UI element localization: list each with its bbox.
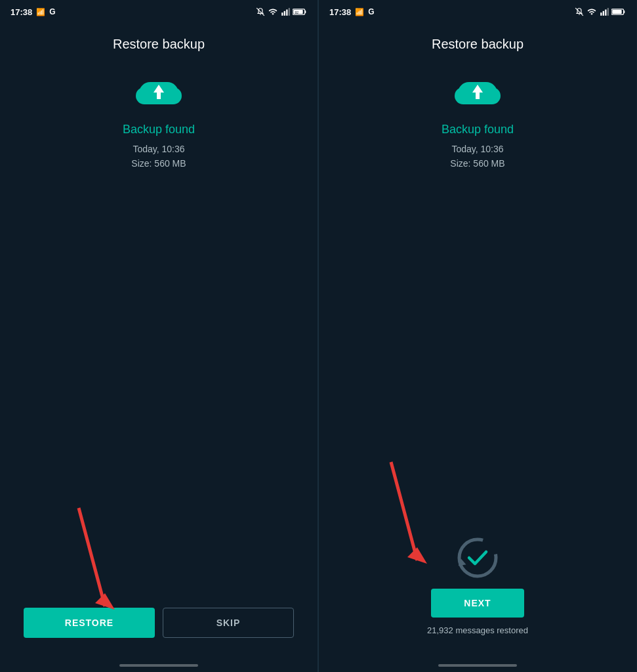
svg-rect-18 <box>607 8 609 16</box>
left-screen-content: Restore backup Backup found Today, 10:36… <box>0 21 318 329</box>
right-screen-content: Restore backup Backup found Today, 10:36… <box>319 21 636 293</box>
home-indicator-left <box>119 664 198 667</box>
g-icon-right: G <box>368 7 374 16</box>
carrier-icon-left: 📶 <box>36 8 45 16</box>
status-right-right <box>575 7 626 16</box>
svg-text:92: 92 <box>295 10 298 14</box>
svg-marker-28 <box>407 547 427 564</box>
signal-icon-left <box>281 7 290 16</box>
mute-icon-left <box>256 7 265 16</box>
wifi-icon-right <box>586 7 597 16</box>
backup-found-left: Backup found <box>123 123 195 136</box>
status-left: 17:38 📶 G <box>10 7 56 17</box>
svg-rect-1 <box>281 12 283 16</box>
time-left: 17:38 <box>10 7 32 17</box>
svg-rect-2 <box>284 11 285 16</box>
status-right-left: 92 <box>256 7 307 16</box>
mute-icon-right <box>575 7 584 16</box>
backup-date-right: Today, 10:36 Size: 560 MB <box>450 142 504 171</box>
right-screen-title: Restore backup <box>432 37 524 52</box>
carrier-icon-right: 📶 <box>355 8 364 16</box>
battery-icon-left: 92 <box>293 8 307 16</box>
left-phone-panel: 17:38 📶 G <box>0 0 318 672</box>
arrow-right <box>339 455 470 600</box>
time-right: 17:38 <box>329 7 351 17</box>
arrow-left <box>39 501 138 633</box>
svg-rect-16 <box>603 11 604 16</box>
status-left-right: 17:38 📶 G <box>329 7 375 17</box>
battery-icon-right <box>611 8 626 16</box>
svg-rect-4 <box>289 8 290 16</box>
status-bar-right: 17:38 📶 G <box>319 0 636 21</box>
signal-icon-right <box>600 7 609 16</box>
svg-rect-20 <box>624 10 625 13</box>
svg-marker-13 <box>95 593 115 610</box>
backup-found-right: Backup found <box>442 123 514 136</box>
wifi-icon-left <box>268 7 278 16</box>
svg-line-12 <box>79 508 105 606</box>
svg-line-27 <box>391 462 417 560</box>
svg-rect-3 <box>286 10 287 16</box>
svg-rect-21 <box>612 10 621 14</box>
cloud-icon-left <box>133 73 185 112</box>
svg-rect-17 <box>605 10 606 16</box>
home-indicator-right <box>438 664 517 667</box>
g-icon-left: G <box>49 7 55 16</box>
status-bar-left: 17:38 📶 G <box>0 0 318 21</box>
right-phone-panel: 17:38 📶 G Re <box>318 0 636 672</box>
cloud-icon-right <box>451 73 504 112</box>
left-screen-title: Restore backup <box>113 37 205 52</box>
svg-rect-15 <box>600 12 602 16</box>
skip-button[interactable]: SKIP <box>163 608 294 638</box>
messages-restored-text: 21,932 messages restored <box>427 625 528 635</box>
svg-rect-6 <box>305 10 306 13</box>
backup-date-left: Today, 10:36 Size: 560 MB <box>131 142 186 171</box>
